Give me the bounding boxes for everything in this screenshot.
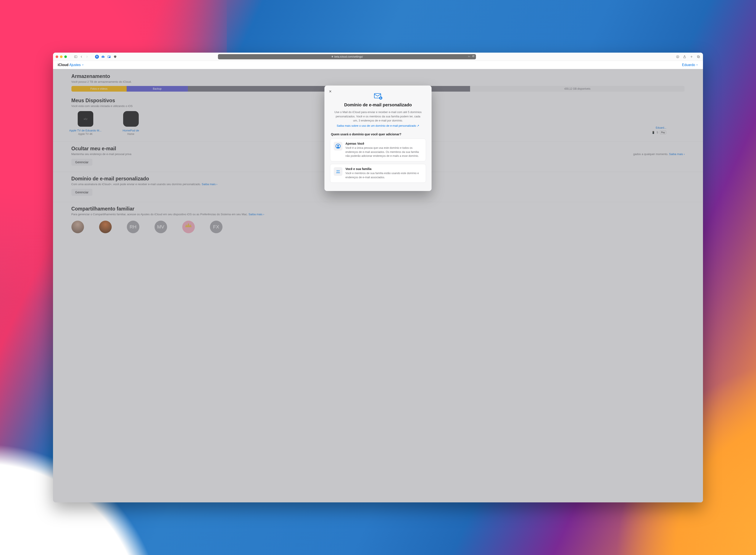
app-header: iCloud Ajustes Eduardo bbox=[53, 61, 703, 69]
svg-point-17 bbox=[380, 97, 381, 98]
page-content: Armazenamento Você possui 2 TB de armaze… bbox=[53, 69, 703, 502]
back-button[interactable] bbox=[80, 55, 83, 59]
share-icon[interactable] bbox=[682, 55, 687, 59]
zoom-window-button[interactable] bbox=[64, 55, 67, 58]
modal-learn-more-link[interactable]: Saiba mais sobre o uso de um domínio de … bbox=[330, 124, 426, 127]
svg-point-20 bbox=[337, 170, 338, 172]
extension-camera-icon[interactable] bbox=[101, 55, 105, 59]
downloads-icon[interactable] bbox=[676, 55, 679, 59]
tabs-overview-icon[interactable] bbox=[697, 55, 700, 59]
svg-rect-11 bbox=[697, 56, 699, 57]
extensions: ① bbox=[95, 55, 117, 59]
modal-question: Quem usará o domínio que você quer adici… bbox=[330, 132, 426, 136]
user-menu[interactable]: Eduardo bbox=[682, 63, 699, 67]
extension-pip-icon[interactable] bbox=[107, 55, 111, 59]
option-title: Apenas Você bbox=[345, 142, 422, 145]
translate-icon[interactable]: 文A bbox=[468, 55, 471, 58]
url-text: beta.icloud.com/settings/ bbox=[334, 55, 363, 58]
extension-shield-icon[interactable] bbox=[113, 55, 117, 59]
option-desc: Você é a única pessoa que usa este domín… bbox=[345, 146, 422, 158]
browser-window: ① beta.icloud.com/settings/ 文A bbox=[53, 53, 703, 502]
close-modal-button[interactable] bbox=[328, 89, 333, 94]
family-icon bbox=[334, 167, 342, 176]
svg-rect-0 bbox=[75, 56, 77, 57]
svg-point-19 bbox=[337, 145, 339, 146]
person-icon bbox=[334, 142, 342, 151]
option-desc: Você e membros de sua família estão usan… bbox=[345, 171, 422, 179]
forward-button[interactable] bbox=[85, 55, 89, 59]
svg-text:文A: 文A bbox=[468, 56, 470, 57]
option-title: Você e sua família bbox=[345, 167, 422, 171]
window-controls bbox=[56, 55, 67, 58]
safari-toolbar: ① beta.icloud.com/settings/ 文A bbox=[53, 53, 703, 61]
reload-icon[interactable] bbox=[472, 55, 475, 58]
chevron-down-icon bbox=[82, 63, 84, 67]
section-dropdown[interactable]: Ajustes bbox=[69, 63, 81, 67]
close-window-button[interactable] bbox=[56, 55, 58, 58]
minimize-window-button[interactable] bbox=[60, 55, 62, 58]
custom-domain-modal: Domínio de e-mail personalizado Use o Ma… bbox=[324, 86, 432, 191]
svg-rect-12 bbox=[698, 56, 700, 58]
modal-title: Domínio de e-mail personalizado bbox=[330, 102, 426, 108]
address-bar[interactable]: beta.icloud.com/settings/ 文A bbox=[218, 54, 476, 59]
modal-backdrop: Domínio de e-mail personalizado Use o Ma… bbox=[53, 69, 703, 502]
option-family[interactable]: Você e sua família Você e membros de sua… bbox=[330, 164, 426, 183]
svg-rect-5 bbox=[332, 56, 333, 57]
svg-point-21 bbox=[338, 170, 340, 172]
new-tab-icon[interactable] bbox=[690, 55, 694, 59]
lock-icon bbox=[331, 55, 334, 58]
mail-domain-icon bbox=[330, 92, 426, 101]
sidebar-toggle-icon[interactable] bbox=[74, 55, 78, 59]
brand-label: iCloud bbox=[58, 63, 68, 67]
extension-1password-icon[interactable]: ① bbox=[95, 55, 99, 59]
modal-description: Use o Mail do iCloud para enviar e receb… bbox=[330, 110, 426, 123]
svg-point-2 bbox=[102, 56, 103, 57]
svg-rect-4 bbox=[109, 57, 110, 57]
option-only-you[interactable]: Apenas Você Você é a única pessoa que us… bbox=[330, 139, 426, 161]
